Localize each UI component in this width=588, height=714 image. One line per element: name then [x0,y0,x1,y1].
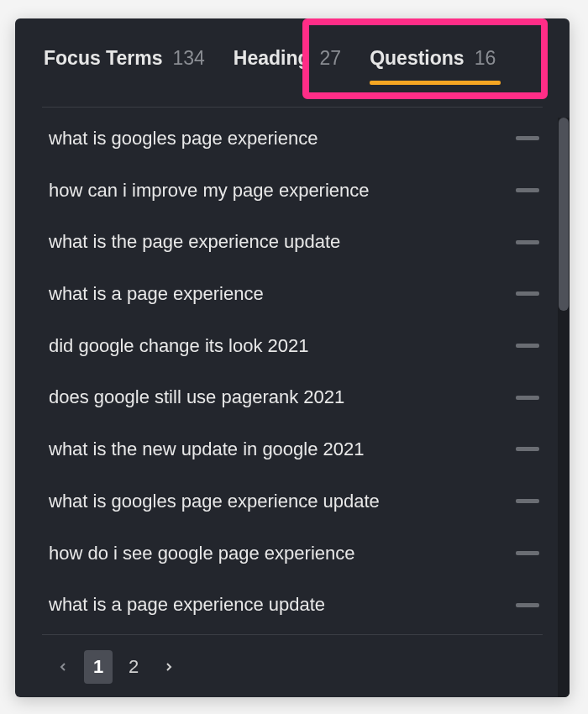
question-text: what is googles page experience [49,126,318,151]
scrollbar-track[interactable] [558,118,570,697]
list-item[interactable]: how do i see google page experience [42,528,543,580]
questions-panel: Focus Terms 134 Heading 27 Questions 16 … [15,18,570,697]
list-item[interactable]: what is googles page experience update [42,475,543,528]
questions-content: what is googles page experience how can … [42,107,543,697]
tab-count: 134 [172,47,204,70]
next-page-button[interactable] [155,650,183,684]
list-item[interactable]: what is googles page experience [42,113,543,165]
page-number-2[interactable]: 2 [119,650,148,684]
question-text: how do i see google page experience [49,541,355,566]
tab-heading[interactable]: Heading 27 [234,47,341,70]
question-text: did google change its look 2021 [49,333,308,359]
prev-page-button[interactable] [49,650,77,684]
question-text: what is a page experience [49,281,264,307]
list-item[interactable]: does google still use pagerank 2021 [42,371,543,423]
pagination: 1 2 [42,635,543,697]
tab-count: 27 [320,47,342,70]
tabs-bar: Focus Terms 134 Heading 27 Questions 16 [15,18,570,92]
tab-focus-terms[interactable]: Focus Terms 134 [44,47,205,70]
minus-icon[interactable] [516,291,539,296]
minus-icon[interactable] [516,396,539,400]
list-item[interactable]: what is a page experience [42,268,543,320]
minus-icon[interactable] [516,499,539,503]
tab-label: Questions [370,47,464,70]
minus-icon[interactable] [516,551,539,555]
question-text: what is googles page experience update [49,489,380,514]
minus-icon[interactable] [516,240,539,244]
question-text: what is the page experience update [49,229,340,255]
minus-icon[interactable] [516,188,539,192]
minus-icon[interactable] [516,136,539,140]
chevron-left-icon [56,660,70,674]
list-item[interactable]: what is the new update in google 2021 [42,423,543,475]
list-item[interactable]: did google change its look 2021 [42,320,543,372]
chevron-right-icon [162,660,176,674]
scrollbar-thumb[interactable] [559,118,569,311]
page-number-1[interactable]: 1 [84,650,113,684]
tab-questions[interactable]: Questions 16 [370,47,496,70]
list-item[interactable]: how can i improve my page experience [42,165,543,217]
tab-label: Heading [234,47,310,70]
tab-label: Focus Terms [44,47,162,70]
minus-icon[interactable] [516,447,539,451]
question-text: does google still use pagerank 2021 [49,385,344,410]
minus-icon[interactable] [516,344,539,348]
question-text: what is a page experience update [49,592,325,617]
question-text: what is the new update in google 2021 [49,437,365,462]
question-text: how can i improve my page experience [49,178,370,203]
list-item[interactable]: what is a page experience update [42,579,543,635]
questions-list: what is googles page experience how can … [42,113,543,635]
tab-count: 16 [475,47,496,70]
list-item[interactable]: what is the page experience update [42,216,543,268]
minus-icon[interactable] [516,603,539,607]
